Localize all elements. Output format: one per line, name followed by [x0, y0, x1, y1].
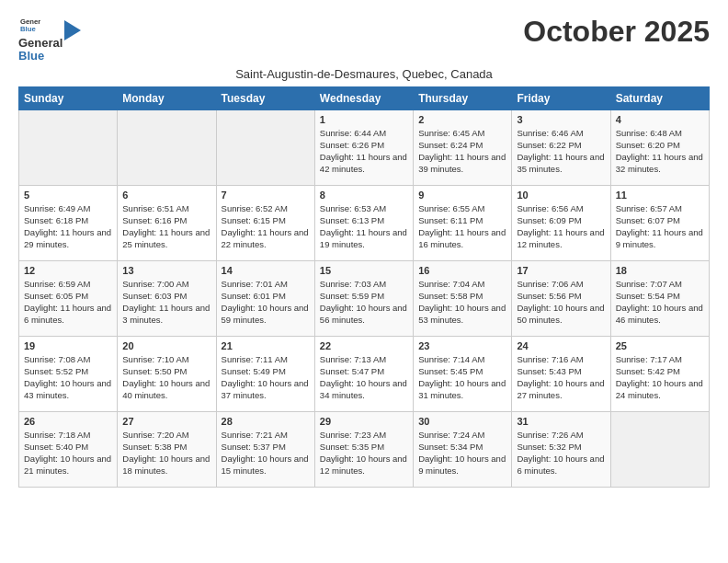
- cell-1-4: 9 Sunrise: 6:55 AM Sunset: 6:11 PM Dayli…: [414, 185, 512, 260]
- subtitle: Saint-Augustin-de-Desmaures, Quebec, Can…: [18, 67, 710, 81]
- cell-3-0: 19 Sunrise: 7:08 AM Sunset: 5:52 PM Dayl…: [19, 336, 118, 411]
- cell-0-0: [19, 109, 118, 185]
- daylight-text: Daylight: 10 hours and 56 minutes.: [320, 303, 407, 325]
- sunset-text: Sunset: 6:13 PM: [320, 215, 384, 225]
- sunrise-text: Sunrise: 6:46 AM: [517, 128, 583, 138]
- cell-2-4: 16 Sunrise: 7:04 AM Sunset: 5:58 PM Dayl…: [414, 260, 512, 336]
- sunrise-text: Sunrise: 6:49 AM: [24, 203, 90, 213]
- sunset-text: Sunset: 5:49 PM: [222, 366, 286, 376]
- daylight-text: Daylight: 11 hours and 3 minutes.: [122, 303, 210, 325]
- sunset-text: Sunset: 5:52 PM: [24, 366, 88, 376]
- day-number: 18: [616, 265, 704, 276]
- sunset-text: Sunset: 6:16 PM: [122, 215, 187, 225]
- cell-3-4: 23 Sunrise: 7:14 AM Sunset: 5:45 PM Dayl…: [414, 336, 512, 411]
- daylight-text: Daylight: 11 hours and 16 minutes.: [418, 227, 506, 249]
- daylight-text: Daylight: 10 hours and 9 minutes.: [418, 454, 506, 476]
- cell-3-2: 21 Sunrise: 7:11 AM Sunset: 5:49 PM Dayl…: [216, 336, 314, 411]
- sunset-text: Sunset: 6:11 PM: [418, 215, 483, 225]
- day-number: 14: [222, 265, 310, 276]
- daylight-text: Daylight: 11 hours and 6 minutes.: [24, 303, 111, 325]
- sunrise-text: Sunrise: 6:44 AM: [320, 128, 386, 138]
- day-number: 26: [24, 416, 112, 427]
- sunset-text: Sunset: 5:56 PM: [517, 291, 581, 301]
- cell-content: Sunrise: 7:00 AM Sunset: 6:03 PM Dayligh…: [122, 278, 210, 327]
- day-number: 25: [616, 340, 704, 351]
- day-number: 29: [320, 416, 408, 427]
- col-sunday: Sunday: [19, 86, 118, 109]
- daylight-text: Daylight: 10 hours and 43 minutes.: [24, 378, 111, 400]
- sunrise-text: Sunrise: 7:07 AM: [616, 279, 682, 289]
- header: General Blue General Blue October 2025: [18, 15, 710, 63]
- sunrise-text: Sunrise: 7:00 AM: [122, 279, 188, 289]
- daylight-text: Daylight: 10 hours and 46 minutes.: [616, 303, 703, 325]
- cell-content: Sunrise: 7:04 AM Sunset: 5:58 PM Dayligh…: [418, 278, 506, 327]
- sunset-text: Sunset: 6:03 PM: [122, 291, 187, 301]
- cell-content: Sunrise: 7:03 AM Sunset: 5:59 PM Dayligh…: [320, 278, 408, 327]
- daylight-text: Daylight: 11 hours and 25 minutes.: [122, 227, 210, 249]
- sunrise-text: Sunrise: 7:04 AM: [418, 279, 484, 289]
- day-number: 4: [616, 114, 704, 125]
- cell-content: Sunrise: 6:48 AM Sunset: 6:20 PM Dayligh…: [616, 127, 704, 176]
- sunset-text: Sunset: 5:42 PM: [616, 366, 680, 376]
- cell-content: Sunrise: 7:08 AM Sunset: 5:52 PM Dayligh…: [24, 353, 112, 402]
- day-number: 20: [122, 340, 210, 351]
- day-number: 30: [418, 416, 506, 427]
- sunrise-text: Sunrise: 7:16 AM: [517, 354, 583, 364]
- svg-text:Blue: Blue: [20, 25, 36, 33]
- sunrise-text: Sunrise: 7:21 AM: [222, 430, 288, 440]
- logo-icon: General Blue: [20, 15, 40, 35]
- cell-1-1: 6 Sunrise: 6:51 AM Sunset: 6:16 PM Dayli…: [118, 185, 216, 260]
- cell-2-1: 13 Sunrise: 7:00 AM Sunset: 6:03 PM Dayl…: [118, 260, 216, 336]
- day-number: 24: [517, 340, 605, 351]
- cell-content: Sunrise: 6:51 AM Sunset: 6:16 PM Dayligh…: [122, 202, 210, 251]
- cell-content: Sunrise: 6:53 AM Sunset: 6:13 PM Dayligh…: [320, 202, 408, 251]
- sunset-text: Sunset: 5:38 PM: [122, 442, 187, 452]
- cell-content: Sunrise: 7:24 AM Sunset: 5:34 PM Dayligh…: [418, 429, 506, 477]
- cell-1-6: 11 Sunrise: 6:57 AM Sunset: 6:07 PM Dayl…: [610, 185, 709, 260]
- sunrise-text: Sunrise: 7:10 AM: [122, 354, 188, 364]
- cell-content: Sunrise: 6:46 AM Sunset: 6:22 PM Dayligh…: [517, 127, 605, 176]
- daylight-text: Daylight: 10 hours and 15 minutes.: [222, 454, 309, 476]
- cell-2-3: 15 Sunrise: 7:03 AM Sunset: 5:59 PM Dayl…: [314, 260, 413, 336]
- cell-2-2: 14 Sunrise: 7:01 AM Sunset: 6:01 PM Dayl…: [216, 260, 314, 336]
- col-wednesday: Wednesday: [314, 86, 413, 109]
- cell-content: Sunrise: 7:14 AM Sunset: 5:45 PM Dayligh…: [418, 353, 506, 402]
- cell-4-1: 27 Sunrise: 7:20 AM Sunset: 5:38 PM Dayl…: [118, 411, 216, 487]
- cell-content: Sunrise: 6:55 AM Sunset: 6:11 PM Dayligh…: [418, 202, 506, 251]
- day-number: 7: [222, 190, 310, 201]
- cell-content: Sunrise: 7:16 AM Sunset: 5:43 PM Dayligh…: [517, 353, 605, 402]
- sunrise-text: Sunrise: 7:17 AM: [616, 354, 682, 364]
- sunset-text: Sunset: 6:15 PM: [222, 215, 286, 225]
- sunset-text: Sunset: 5:45 PM: [418, 366, 483, 376]
- logo-line2: Blue: [18, 49, 44, 63]
- sunset-text: Sunset: 5:47 PM: [320, 366, 384, 376]
- day-number: 8: [320, 190, 408, 201]
- day-number: 31: [517, 416, 605, 427]
- cell-2-5: 17 Sunrise: 7:06 AM Sunset: 5:56 PM Dayl…: [512, 260, 610, 336]
- sunset-text: Sunset: 6:09 PM: [517, 215, 581, 225]
- cell-0-1: [118, 109, 216, 185]
- cell-content: Sunrise: 6:44 AM Sunset: 6:26 PM Dayligh…: [320, 127, 408, 176]
- daylight-text: Daylight: 10 hours and 50 minutes.: [517, 303, 604, 325]
- sunrise-text: Sunrise: 7:26 AM: [517, 430, 583, 440]
- month-title: October 2025: [523, 15, 710, 49]
- daylight-text: Daylight: 11 hours and 29 minutes.: [24, 227, 111, 249]
- cell-content: Sunrise: 6:49 AM Sunset: 6:18 PM Dayligh…: [24, 202, 112, 251]
- sunset-text: Sunset: 6:24 PM: [418, 140, 483, 150]
- sunset-text: Sunset: 5:32 PM: [517, 442, 581, 452]
- cell-content: Sunrise: 7:18 AM Sunset: 5:40 PM Dayligh…: [24, 429, 112, 477]
- sunset-text: Sunset: 5:40 PM: [24, 442, 88, 452]
- daylight-text: Daylight: 10 hours and 40 minutes.: [122, 378, 210, 400]
- day-number: 17: [517, 265, 605, 276]
- cell-0-5: 3 Sunrise: 6:46 AM Sunset: 6:22 PM Dayli…: [512, 109, 610, 185]
- cell-content: Sunrise: 6:56 AM Sunset: 6:09 PM Dayligh…: [517, 202, 605, 251]
- cell-content: Sunrise: 7:01 AM Sunset: 6:01 PM Dayligh…: [222, 278, 310, 327]
- day-number: 19: [24, 340, 112, 351]
- cell-content: Sunrise: 7:13 AM Sunset: 5:47 PM Dayligh…: [320, 353, 408, 402]
- sunrise-text: Sunrise: 7:24 AM: [418, 430, 484, 440]
- sunset-text: Sunset: 5:59 PM: [320, 291, 384, 301]
- cell-0-6: 4 Sunrise: 6:48 AM Sunset: 6:20 PM Dayli…: [610, 109, 709, 185]
- calendar-table: Sunday Monday Tuesday Wednesday Thursday…: [18, 86, 710, 488]
- week-row-0: 1 Sunrise: 6:44 AM Sunset: 6:26 PM Dayli…: [19, 109, 710, 185]
- cell-content: Sunrise: 7:17 AM Sunset: 5:42 PM Dayligh…: [616, 353, 704, 402]
